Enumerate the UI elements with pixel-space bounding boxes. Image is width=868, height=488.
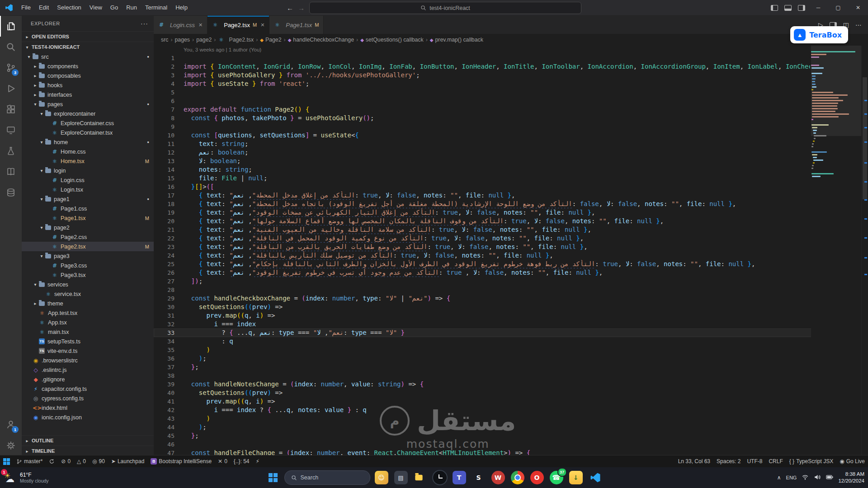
file-App.tsx[interactable]: ⚛App.tsx bbox=[22, 318, 154, 327]
app-vscode[interactable] bbox=[587, 469, 604, 486]
status-language-mode[interactable]: { }TypeScript JSX bbox=[786, 455, 836, 467]
battery-icon[interactable] bbox=[826, 474, 833, 482]
weather-widget[interactable]: 1 ☀ ☁ 61°F Mostly cloudy bbox=[4, 471, 49, 484]
code-text[interactable] bbox=[184, 88, 810, 97]
file-Home.tsx[interactable]: ⚛Home.tsxM bbox=[22, 156, 154, 166]
volume-icon[interactable] bbox=[814, 474, 821, 482]
forward-arrow-icon[interactable]: → bbox=[298, 4, 305, 12]
code-text[interactable] bbox=[184, 122, 810, 131]
code-text[interactable]: setQuestions((prev) => bbox=[184, 303, 810, 311]
wifi-icon[interactable] bbox=[802, 474, 809, 482]
menu-run[interactable]: Run bbox=[122, 4, 141, 11]
status-bolt[interactable]: ⚡ bbox=[253, 455, 263, 467]
folder-components[interactable]: ▸components bbox=[22, 61, 154, 71]
code-text[interactable]: ); bbox=[184, 354, 810, 363]
database-icon[interactable] bbox=[0, 182, 22, 203]
file-main.tsx[interactable]: ⚛main.tsx bbox=[22, 327, 154, 337]
code-text[interactable]: ) bbox=[184, 346, 810, 354]
extensions-icon[interactable] bbox=[0, 99, 22, 120]
file-Page3.tsx[interactable]: ⚛Page3.tsx bbox=[22, 270, 154, 280]
code-text[interactable]: { text: "التأكد من سلامة الناقلة وخالية … bbox=[184, 225, 810, 234]
minimap-viewport[interactable] bbox=[811, 46, 862, 136]
breadcrumb-Page2.tsx[interactable]: ⚛Page2.tsx bbox=[218, 37, 254, 43]
file-setupTests.ts[interactable]: TSsetupTests.ts bbox=[22, 337, 154, 346]
code-text[interactable]: لا: boolean; bbox=[184, 157, 810, 165]
status-errors[interactable]: ⊘0 bbox=[58, 455, 74, 467]
toggle-panel-icon[interactable] bbox=[781, 0, 795, 15]
remote-explorer-icon[interactable] bbox=[0, 120, 22, 141]
accounts-icon[interactable]: 1 bbox=[0, 414, 22, 435]
source-control-icon[interactable]: 3 bbox=[0, 57, 22, 78]
minimap[interactable] bbox=[811, 46, 862, 456]
menu-help[interactable]: Help bbox=[171, 4, 192, 11]
code-text[interactable] bbox=[184, 286, 810, 294]
app-files-dark[interactable]: ▤ bbox=[393, 469, 409, 486]
open-editors-section[interactable]: ▸ OPEN EDITORS bbox=[22, 31, 154, 42]
app-chrome[interactable] bbox=[509, 469, 526, 486]
folder-page2[interactable]: ▾page2 bbox=[22, 223, 154, 232]
folder-services[interactable]: ▾services bbox=[22, 280, 154, 289]
explorer-icon[interactable] bbox=[0, 16, 22, 37]
code-text[interactable]: نعم: boolean; bbox=[184, 148, 810, 157]
folder-login[interactable]: ▾login bbox=[22, 166, 154, 175]
code-text[interactable] bbox=[184, 371, 810, 380]
folder-interfaces[interactable]: ▸interfaces bbox=[22, 90, 154, 99]
folder-src[interactable]: ▾src● bbox=[22, 52, 154, 61]
folder-theme[interactable]: ▸theme bbox=[22, 299, 154, 308]
code-text[interactable]: import { usePhotoGallery } from '../../h… bbox=[184, 71, 810, 80]
status-selector-count[interactable]: {..}: 54 bbox=[231, 455, 253, 467]
scrollbar[interactable] bbox=[861, 46, 868, 456]
file-capacitor.config.ts[interactable]: ⚡capacitor.config.ts bbox=[22, 384, 154, 394]
language-indicator[interactable]: ENG bbox=[786, 475, 797, 480]
gitlens-blame[interactable]: You, 3 weeks ago | 1 author (You) bbox=[154, 46, 868, 54]
code-text[interactable]: { text: "التأكد من وضع اللوحة الإرشادية … bbox=[184, 200, 810, 208]
timeline-section[interactable]: ▸ TIMELINE bbox=[22, 446, 154, 456]
close-icon[interactable]: ✕ bbox=[260, 22, 264, 28]
code-text[interactable]: ? { ...q, نعم: type === "نعم", لا: type … bbox=[184, 328, 810, 337]
file-service.tsx[interactable]: ⚛service.tsx bbox=[22, 289, 154, 299]
status-close-count[interactable]: ✕0 bbox=[215, 455, 231, 467]
code-text[interactable]: text: string; bbox=[184, 140, 810, 148]
app-green-app[interactable]: S bbox=[471, 469, 487, 486]
status-port[interactable]: ◎90 bbox=[89, 455, 108, 467]
menu-file[interactable]: File bbox=[17, 4, 35, 11]
file-Page3.css[interactable]: #Page3.css bbox=[22, 261, 154, 270]
file-App.test.tsx[interactable]: ⚛App.test.tsx bbox=[22, 308, 154, 318]
breadcrumb-Page2[interactable]: ◆Page2 bbox=[260, 37, 281, 43]
file-ionic.config.json[interactable]: ◉ionic.config.json bbox=[22, 413, 154, 422]
back-arrow-icon[interactable]: ← bbox=[287, 4, 293, 12]
code-text[interactable]: { text: "التأكد من وضع طفايات الحريق بال… bbox=[184, 243, 810, 251]
app-opera[interactable]: O bbox=[529, 469, 545, 486]
code-text[interactable]: notes: string; bbox=[184, 165, 810, 174]
maximize-button[interactable]: ▢ bbox=[828, 0, 848, 15]
folder-page1[interactable]: ▾page1● bbox=[22, 194, 154, 204]
code-text[interactable]: file: File | null; bbox=[184, 174, 810, 183]
code-text[interactable]: }; bbox=[184, 363, 810, 371]
testing-icon[interactable] bbox=[0, 141, 22, 161]
file-vite-env.d.ts[interactable]: TSvite-env.d.ts bbox=[22, 346, 154, 356]
breadcrumb-prev.mapcallback[interactable]: ◆prev.map() callback bbox=[430, 37, 483, 43]
more-actions-icon[interactable]: ⋯ bbox=[855, 21, 862, 28]
status-eol[interactable]: CRLF bbox=[765, 455, 786, 467]
status-git-branch[interactable]: master* bbox=[13, 455, 46, 467]
menu-selection[interactable]: Selection bbox=[53, 4, 85, 11]
code-text[interactable] bbox=[184, 97, 810, 105]
file-cypress.config.ts[interactable]: ◎cypress.config.ts bbox=[22, 394, 154, 403]
file-Login.tsx[interactable]: ⚛Login.tsx bbox=[22, 185, 154, 194]
status-bootstrap-intellisense[interactable]: BBootstrap IntelliSense bbox=[147, 455, 215, 467]
status-go-live[interactable]: ◉Go Live bbox=[836, 455, 868, 467]
code-text[interactable]: i === index bbox=[184, 320, 810, 328]
references-icon[interactable] bbox=[0, 161, 22, 182]
breadcrumb-handleCheckboxChange[interactable]: ◆handleCheckboxChange bbox=[288, 37, 354, 43]
code-text[interactable]: { text: "التأكد من توصيل سلك التأريض بال… bbox=[184, 251, 810, 260]
menu-terminal[interactable]: Terminal bbox=[141, 4, 171, 11]
minimize-button[interactable]: ─ bbox=[808, 0, 828, 15]
code-text[interactable]: : q bbox=[184, 337, 810, 346]
menu-view[interactable]: View bbox=[85, 4, 106, 11]
app-clock[interactable] bbox=[432, 469, 448, 486]
code-text[interactable]: setQuestions((prev) => bbox=[184, 389, 810, 397]
code-text[interactable]: { text: "التأكد من ربط فوهة خرطوم تفريغ … bbox=[184, 260, 810, 268]
status-indentation[interactable]: Spaces: 2 bbox=[713, 455, 744, 467]
app-downloads[interactable]: ↓ bbox=[568, 469, 584, 486]
app-whatsapp[interactable]: ☎37 bbox=[548, 469, 565, 486]
